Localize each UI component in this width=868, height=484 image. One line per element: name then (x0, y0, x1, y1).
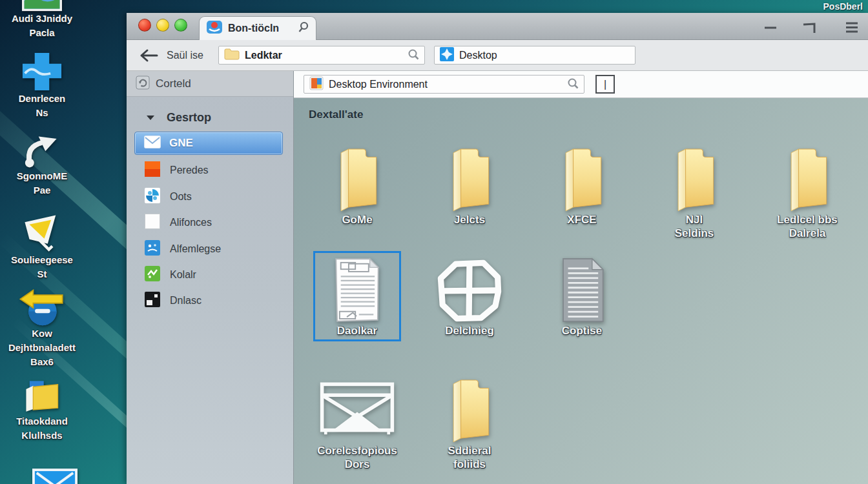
chevron-down-icon[interactable] (146, 112, 155, 123)
file-item[interactable]: Jelcts (421, 132, 518, 227)
file-label: GoMe (309, 213, 406, 227)
folder-icon (533, 132, 630, 213)
desktop-screen: PosDberl Audi 3Jniddy Pacla Denrlecen Ns… (0, 0, 868, 484)
sidebar-tree-root[interactable]: Gesrtop (146, 108, 211, 126)
back-label: Saül ise (167, 50, 203, 61)
search-value: Desktop Environment (329, 79, 562, 90)
minimize-button[interactable] (761, 18, 780, 36)
desktop-corner-label: PosDberl (823, 1, 863, 12)
content-header: Dextall'ate (309, 108, 363, 121)
back-button[interactable] (140, 48, 159, 63)
tab-search-icon[interactable] (298, 21, 309, 35)
path-input[interactable]: Ledktar (218, 46, 425, 65)
file-item[interactable]: Sddieral foliids (421, 370, 518, 471)
folder-icon (759, 132, 856, 213)
file-manager-window: Bon-tiöcln Saül ise (127, 13, 868, 484)
folder-icon (646, 132, 743, 213)
search-row: Desktop Environment | (294, 71, 868, 98)
sidebar-item-kolalr[interactable]: Kolalr (145, 266, 287, 284)
window-body: Corteld Gesrtop GNE (127, 71, 868, 484)
sidebar-item-dnlasc[interactable]: Dnlasc (145, 292, 287, 310)
desktop-icon-label: Soulieegeese (0, 253, 84, 267)
close-traffic-light[interactable] (138, 19, 151, 32)
text-cursor-button[interactable]: | (595, 75, 615, 94)
desktop-icon-arrow[interactable]: SgonnoME Pae (0, 134, 84, 197)
sidebar-item-gne[interactable]: GNE (134, 132, 283, 155)
folder-icon (309, 132, 406, 213)
file-item[interactable]: XFCE (533, 132, 630, 227)
file-label: foliids (421, 458, 518, 471)
envelope-outline-icon (309, 370, 406, 444)
desktop-icon-label: Ns (0, 106, 84, 120)
desktop-icon-photo[interactable]: Audi 3Jniddy Pacla (0, 0, 84, 40)
file-item[interactable]: NJl Seldins (646, 132, 743, 240)
desktop-icon-globe-arrow[interactable]: Kow Dejhtbnaladett Bax6 (0, 289, 84, 369)
file-label: Sddieral (421, 444, 518, 458)
desktop-icon-label: Bax6 (0, 355, 84, 369)
white-square-icon (145, 214, 160, 232)
desktop-icon-label: SgonnoME (0, 169, 84, 183)
hamburger-menu-button[interactable] (842, 18, 862, 36)
file-item[interactable]: Corelcsfopious Dors (309, 370, 406, 471)
file-label: Coptise (538, 324, 626, 338)
green-app-icon (145, 266, 160, 284)
desktop-icon-mail[interactable] (29, 469, 81, 484)
desktop-icon-label: Denrlecen (0, 92, 84, 106)
file-label: Jelcts (421, 213, 518, 227)
desktop-icon-health[interactable]: Denrlecen Ns (0, 52, 84, 120)
sidebar-item-alifonces[interactable]: Alifonces (145, 214, 287, 232)
window-tab[interactable]: Bon-tiöcln (199, 16, 316, 40)
search-icon[interactable] (408, 48, 419, 63)
blue-app-icon (145, 240, 160, 258)
desktop-location-icon (440, 47, 454, 64)
location-value: Desktop (459, 50, 630, 61)
sidebar-item-peredes[interactable]: Peredes (145, 161, 287, 179)
desktop-icon-label: Kow (0, 327, 84, 341)
file-label: Delclnieg (426, 324, 513, 338)
black-app-icon (145, 292, 160, 310)
restore-button[interactable] (800, 18, 819, 36)
file-item[interactable]: Ledlcel bbs Dalrela (759, 132, 856, 240)
tab-app-icon (206, 20, 223, 37)
file-item[interactable]: Delclnieg (426, 251, 513, 341)
sidebar-item-oots[interactable]: Oots (145, 188, 287, 206)
sidebar-item-label: Alfemlegse (170, 243, 221, 255)
minimize-traffic-light[interactable] (156, 19, 169, 32)
location-input[interactable]: Desktop (434, 46, 636, 65)
sidebar-item-label: Kolalr (170, 269, 196, 281)
desktop-icon-flag[interactable]: Soulieegeese St (0, 213, 84, 281)
sidebar-header[interactable]: Corteld (127, 71, 293, 97)
folder-icon (421, 132, 518, 213)
titlebar[interactable]: Bon-tiöcln (127, 13, 868, 40)
folder-icon (421, 370, 518, 444)
search-icon[interactable] (567, 77, 579, 92)
mail-icon (29, 469, 81, 484)
desktop-icon-label: Klulhsds (0, 429, 84, 443)
zoom-traffic-light[interactable] (174, 19, 187, 32)
path-value: Ledktar (245, 50, 402, 61)
sidebar-item-alfemlegse[interactable]: Alfemlegse (145, 240, 287, 258)
main-panel: Desktop Environment | Dextall'ate (294, 71, 868, 484)
toolbar: Saül ise Ledktar Desktop (127, 40, 868, 71)
sidebar-item-label: Alifonces (170, 217, 212, 228)
desktop-icon-label: Dejhtbnaladett (0, 341, 84, 355)
sidebar-header-label: Corteld (156, 77, 191, 90)
orange-square-icon (145, 161, 160, 179)
colorful-window-icon (309, 76, 324, 93)
curved-arrow-icon (0, 134, 84, 169)
file-item[interactable]: Coptise (538, 251, 626, 341)
desktop-icon-folder-app[interactable]: Titaokdand Klulhsds (0, 378, 84, 443)
file-item-selected[interactable]: Daolkar (313, 251, 401, 341)
sidebar-item-label: GNE (169, 137, 193, 150)
file-label: XFCE (533, 213, 630, 227)
file-label: Ledlcel bbs (759, 213, 856, 227)
desktop-icon-label: Titaokdand (0, 414, 84, 429)
search-input[interactable]: Desktop Environment (304, 75, 584, 94)
health-cross-icon (0, 52, 84, 92)
blue-quadrants-icon (145, 188, 160, 206)
desktop-icon-label: Pae (0, 183, 84, 197)
desktop-icon-label: Audi 3Jniddy (0, 12, 84, 26)
file-item[interactable]: GoMe (309, 132, 406, 227)
gray-document-icon (538, 251, 626, 324)
flag-icon (0, 213, 84, 253)
